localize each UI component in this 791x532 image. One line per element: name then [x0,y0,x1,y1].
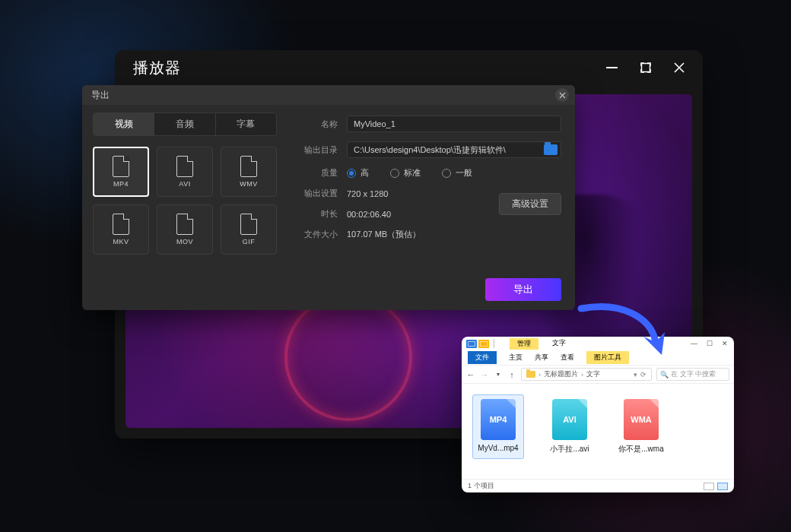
player-titlebar: 播放器 [115,50,703,85]
format-mov[interactable]: MOV [157,204,213,255]
file-icon [176,156,193,177]
file-thumbnail: AVI [552,399,587,440]
address-bar[interactable]: › 无标题图片 › 文字 ▾ ⟳ [521,368,652,381]
radio-quality-high[interactable]: 高 [347,167,369,179]
label-output-dir: 输出目录 [294,144,338,156]
address-refresh-button[interactable]: ⟳ [640,371,646,378]
label-name: 名称 [294,119,338,130]
format-mkv[interactable]: MKV [93,204,149,255]
file-icon [113,156,129,177]
ribbon-tab-share[interactable]: 共享 [535,353,548,363]
radio-icon [442,169,451,178]
tab-subtitle[interactable]: 字幕 [216,113,276,135]
tab-video[interactable]: 视频 [94,113,154,135]
file-name: 小手拉...avi [550,444,589,454]
format-wmv[interactable]: WMV [221,147,277,197]
format-grid: MP4 AVI WMV MKV MOV GIF [93,147,277,255]
file-thumbnail: MP4 [481,399,516,440]
file-icon [176,214,193,235]
file-item-wma[interactable]: WMA 你不是...wma [615,394,667,459]
export-button[interactable]: 导出 [485,278,561,301]
view-icons-button[interactable] [717,483,728,490]
file-name: MyVd...mp4 [478,444,518,452]
explorer-close-button[interactable]: ✕ [722,340,728,347]
window-controls [606,62,685,73]
explorer-navbar: ← → ▾ ↑ › 无标题图片 › 文字 ▾ ⟳ 🔍 在 文字 中搜索 [462,366,734,384]
folder-icon [526,371,535,378]
format-avi[interactable]: AVI [157,147,213,197]
label-output-setting: 输出设置 [294,188,338,199]
value-resolution: 720 x 1280 [347,189,388,198]
nav-recent-button[interactable]: ▾ [494,371,503,378]
radio-quality-standard[interactable]: 标准 [390,167,421,179]
folder-icon[interactable] [544,144,558,155]
nav-forward-button[interactable]: → [480,370,489,379]
export-dialog: 导出 视频 音频 字幕 MP4 AVI WMV MKV MOV GIF 名称 [82,85,575,310]
file-thumbnail: WMA [624,399,659,440]
file-icon [240,214,257,235]
explorer-search-input[interactable]: 🔍 在 文字 中搜索 [656,368,729,381]
close-icon [674,62,685,73]
label-filesize: 文件大小 [294,229,338,240]
file-name: 你不是...wma [618,444,663,454]
nav-up-button[interactable]: ↑ [507,370,516,379]
minimize-icon [606,67,618,68]
tab-audio[interactable]: 音频 [154,113,215,135]
radio-icon [390,169,399,178]
export-close-button[interactable] [555,88,569,102]
close-button[interactable] [674,62,685,73]
radio-icon [347,169,356,178]
quality-radios: 高 标准 一般 [347,167,472,179]
maximize-button[interactable] [640,62,651,73]
ribbon-contextual-manage[interactable]: 管理 [510,338,538,350]
label-duration: 时长 [294,208,338,220]
view-details-button[interactable] [704,483,714,490]
value-duration: 00:02:06.40 [347,210,391,219]
nav-back-button[interactable]: ← [466,370,475,379]
player-title: 播放器 [133,58,181,78]
arrow-annotation [577,304,668,360]
ribbon-tab-home[interactable]: 主页 [509,353,523,363]
search-placeholder: 在 文字 中搜索 [671,369,716,379]
value-filesize: 107.07 MB（预估） [347,229,421,240]
status-item-count: 1 个项目 [468,481,494,491]
ribbon-tab-view[interactable]: 查看 [561,353,574,363]
label-quality: 质量 [294,167,338,179]
breadcrumb-root[interactable]: 无标题图片 [544,369,578,379]
explorer-app-icon [466,340,477,348]
address-dropdown-button[interactable]: ▾ [634,371,637,378]
input-name[interactable]: MyVideo_1 [347,116,561,132]
explorer-minimize-button[interactable]: — [691,340,697,347]
export-titlebar: 导出 [82,85,575,105]
explorer-file-pane: MP4 MyVd...mp4 AVI 小手拉...avi WMA 你不是...w… [462,384,734,464]
format-gif[interactable]: GIF [221,204,277,255]
radio-quality-normal[interactable]: 一般 [442,167,472,179]
file-icon [113,214,129,235]
advanced-settings-button[interactable]: 高级设置 [499,193,561,215]
explorer-qat-icon [478,340,489,348]
ribbon-tab-file[interactable]: 文件 [468,351,497,364]
arrow-icon [577,304,668,360]
file-icon [240,156,257,177]
file-item-avi[interactable]: AVI 小手拉...avi [544,394,596,459]
explorer-statusbar: 1 个项目 [462,479,734,492]
export-tabs: 视频 音频 字幕 [93,112,277,136]
explorer-maximize-button[interactable]: ☐ [707,340,713,347]
fullscreen-icon [640,62,651,73]
export-dialog-title: 导出 [91,89,110,102]
search-icon: 🔍 [660,371,669,378]
format-mp4[interactable]: MP4 [93,147,149,197]
file-item-mp4[interactable]: MP4 MyVd...mp4 [472,394,524,459]
input-output-dir[interactable]: C:\Users\design4\Desktop\迅捷剪辑软件\ [347,141,561,158]
close-icon [559,92,566,99]
breadcrumb-leaf[interactable]: 文字 [586,369,600,379]
explorer-window-title: 文字 [552,338,566,350]
minimize-button[interactable] [606,67,618,68]
